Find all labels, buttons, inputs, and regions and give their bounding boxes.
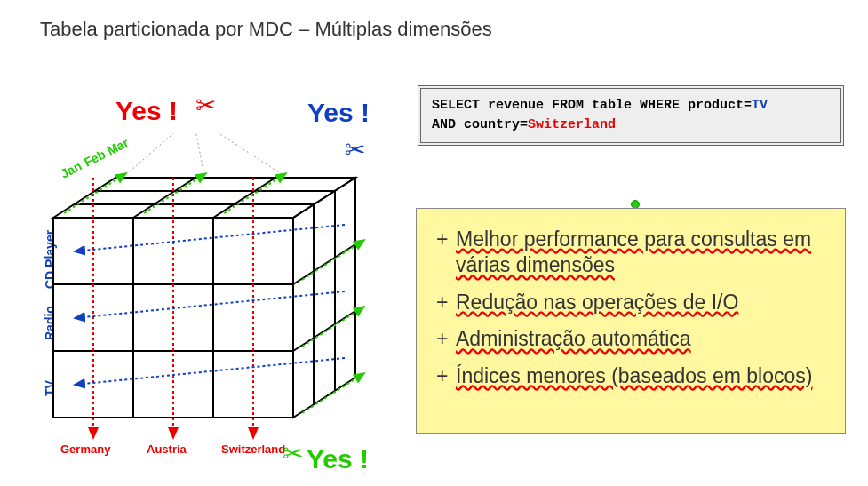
svg-line-10 — [213, 178, 275, 218]
yes-label-red: Yes ! — [115, 96, 178, 126]
bullet-item: Índices menores (baseados em blocos) — [436, 363, 829, 389]
svg-line-23 — [224, 173, 286, 213]
bullet-item: Melhor performance para consultas em vár… — [436, 227, 829, 279]
sql-value: Switzerland — [528, 117, 616, 132]
svg-marker-2 — [293, 178, 355, 418]
callout-box[interactable]: Melhor performance para consultas em vár… — [416, 208, 846, 434]
sql-text: SELECT revenue FROM table WHERE product= — [432, 98, 752, 113]
svg-line-29 — [213, 133, 284, 176]
svg-line-20 — [75, 358, 345, 385]
page-title: Tabela particionada por MDC – Múltiplas … — [40, 18, 492, 41]
bullet-item: Redução nas operações de I/O — [436, 290, 829, 315]
svg-line-18 — [75, 225, 345, 251]
svg-marker-1 — [53, 178, 355, 218]
sql-query-box: SELECT revenue FROM table WHERE product=… — [418, 85, 844, 146]
svg-line-22 — [144, 173, 206, 213]
yes-label-blue: Yes ! — [307, 98, 370, 128]
cube-diagram: Jan Feb Mar CD Player Radio TV Germany A… — [27, 133, 373, 462]
svg-line-19 — [75, 291, 345, 318]
bullet-item: Administração automática — [436, 326, 829, 352]
svg-line-21 — [64, 173, 126, 213]
sql-value: TV — [752, 98, 768, 113]
sql-text: AND country= — [432, 117, 528, 132]
svg-line-12 — [293, 311, 355, 351]
svg-line-28 — [195, 133, 204, 176]
scissors-icon: ✂ — [195, 91, 216, 120]
svg-line-11 — [293, 244, 355, 284]
svg-line-24 — [302, 373, 364, 413]
svg-line-9 — [133, 178, 195, 218]
svg-line-27 — [124, 133, 178, 176]
